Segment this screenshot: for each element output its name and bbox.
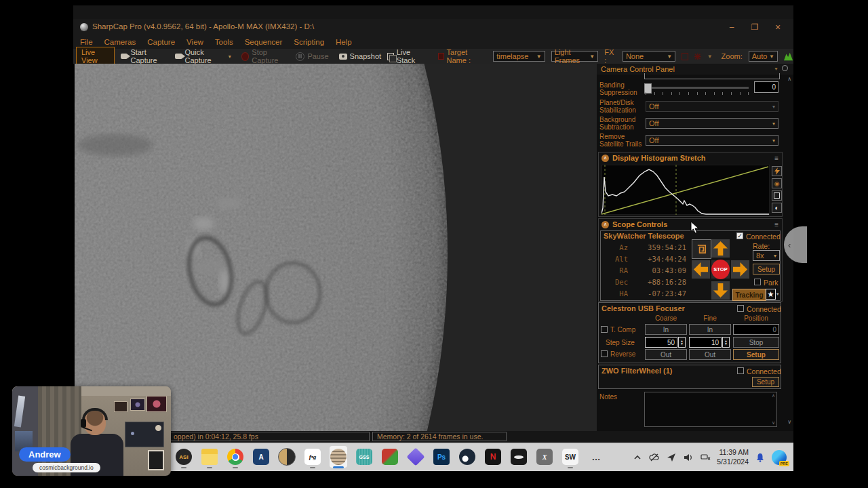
taskbar-planner[interactable] [381, 446, 399, 468]
zoom-select[interactable]: Auto▼ [749, 51, 778, 62]
close-button[interactable]: × [770, 21, 785, 33]
scroll-down-icon[interactable]: ∨ [787, 419, 791, 425]
scope-connected-checkbox[interactable]: ✓ [736, 232, 743, 239]
scroll-up-icon[interactable]: ∧ [772, 393, 775, 399]
banding-value-field[interactable]: 0 [754, 81, 778, 93]
tracking-rate-button[interactable]: ★ [766, 289, 776, 300]
taskbar-asistudio[interactable]: ASI [175, 446, 193, 468]
menu-icon[interactable]: ≡ [774, 221, 778, 228]
taskbar-photoshop[interactable]: Ps [433, 446, 450, 468]
coarse-out-button[interactable]: Out [645, 349, 687, 360]
eye-button[interactable]: ◉ [772, 178, 782, 188]
taskbar-solidworks[interactable]: SW [561, 446, 579, 468]
scroll-up-icon[interactable]: ∧ [787, 76, 791, 82]
histogram-panel: ∧ Display Histogram Stretch ≡ ◉ ◐ [598, 152, 783, 217]
taskbar-ascom[interactable]: A [252, 446, 270, 468]
menu-cameras[interactable]: Cameras [104, 38, 136, 46]
coarse-in-button[interactable]: In [645, 324, 687, 335]
focuser-setup-button[interactable]: Setup [733, 349, 779, 360]
scroll-down-icon[interactable]: ∨ [772, 420, 775, 426]
filterwheel-connected-checkbox[interactable] [737, 367, 744, 374]
live-stack-button[interactable]: Live Stack [387, 48, 427, 64]
goto-spiral-button[interactable] [692, 239, 711, 259]
edge-pre-badge: PRE [779, 461, 789, 466]
menu-sequencer[interactable]: Sequencer [245, 38, 283, 46]
fine-step-field[interactable]: 10 [689, 337, 722, 348]
coarse-step-spinner[interactable]: ▲▼ [678, 337, 686, 348]
menu-icon[interactable]: ≡ [774, 155, 778, 162]
focuser-connected-checkbox[interactable] [737, 305, 744, 312]
fine-step-spinner[interactable]: ▲▼ [722, 337, 730, 348]
taskbar-gss[interactable]: GSS [355, 446, 373, 468]
fx-select[interactable]: None▼ [623, 51, 675, 62]
menu-tools[interactable]: Tools [215, 38, 233, 46]
taskbar-sharpcap-active[interactable] [330, 446, 347, 468]
network-icon[interactable] [700, 452, 711, 463]
rate-select[interactable]: 8x▾ [753, 250, 780, 261]
volume-icon[interactable] [683, 452, 694, 463]
menu-scripting[interactable]: Scripting [294, 38, 324, 46]
background-subtraction-select[interactable]: Off▾ [646, 118, 778, 129]
slew-right-button[interactable] [731, 260, 749, 279]
taskbar-firecapture[interactable]: f•g [304, 446, 321, 468]
collapse-icon[interactable]: ∧ [601, 155, 609, 162]
histogram-title: Display Histogram Stretch [612, 154, 706, 162]
taskbar-file-explorer[interactable] [201, 446, 218, 468]
pin-icon[interactable] [782, 65, 788, 71]
park-checkbox[interactable] [754, 279, 761, 285]
auto-stretch-button[interactable] [772, 166, 782, 176]
chevron-down-icon[interactable]: ▼ [774, 66, 778, 71]
snapshot-button[interactable]: Snapshot [339, 52, 381, 60]
slew-up-button[interactable] [711, 239, 730, 258]
banding-slider-track[interactable] [646, 87, 749, 89]
stabilization-select[interactable]: Off▾ [646, 101, 778, 112]
slew-left-button[interactable] [692, 260, 710, 279]
taskbar-nina[interactable] [407, 446, 425, 468]
notification-bell-icon[interactable] [755, 452, 766, 463]
quick-capture-button[interactable]: Quick Capture ▾ [175, 48, 231, 64]
minimize-button[interactable]: – [724, 21, 739, 33]
fine-in-button[interactable]: In [689, 324, 731, 335]
taskbar-netflix[interactable]: N [484, 446, 502, 468]
tray-chevron-up-icon[interactable] [632, 452, 643, 463]
stabilization-label: Planet/Disk Stabilization [599, 99, 643, 114]
focus-assist-icon[interactable] [666, 452, 677, 463]
statusbar: opped) in 0:04:12, 25.8 fps Memory: 2 of… [73, 431, 793, 443]
slew-down-button[interactable] [711, 281, 730, 300]
menu-capture[interactable]: Capture [147, 38, 175, 46]
menu-view[interactable]: View [186, 38, 203, 46]
taskbar-x-app[interactable]: X [536, 446, 553, 468]
taskbar-overflow[interactable]: … [587, 446, 605, 468]
notes-textarea[interactable]: ∧ ∨ [644, 392, 777, 427]
contrast-button[interactable]: ◐ [772, 203, 782, 213]
restore-button[interactable]: ❐ [747, 21, 762, 33]
taskbar-steam[interactable] [458, 446, 476, 468]
position-field[interactable]: 0 [733, 324, 779, 335]
coarse-step-field[interactable]: 50 [645, 337, 677, 348]
menu-file[interactable]: File [80, 38, 93, 46]
onedrive-cloud-icon[interactable] [649, 452, 660, 463]
panel-title: Camera Control Panel [601, 65, 675, 73]
focuser-stop-button[interactable]: Stop [733, 337, 779, 348]
menu-help[interactable]: Help [336, 38, 352, 46]
scope-setup-button[interactable]: Setup [753, 264, 780, 274]
chevron-down-icon[interactable]: ▾ [776, 291, 779, 297]
save-button[interactable] [772, 190, 782, 201]
taskbar-clock[interactable]: 11:39 AM 5/31/2024 [717, 448, 749, 466]
chevron-down-icon[interactable]: ▼ [707, 54, 713, 60]
taskbar-phd2[interactable] [278, 446, 296, 468]
stop-slew-button[interactable]: STOP [711, 260, 730, 279]
frame-type-select[interactable]: Light Frames▼ [551, 51, 598, 62]
start-capture-button[interactable]: Start Capture [121, 48, 169, 64]
filterwheel-setup-button[interactable]: Setup [752, 377, 779, 387]
edge-preview-button[interactable]: PRE [772, 450, 787, 465]
fine-out-button[interactable]: Out [689, 349, 731, 360]
target-name-select[interactable]: timelapse▼ [493, 51, 545, 62]
taskbar-ufo-app[interactable] [510, 446, 528, 468]
t-comp-checkbox[interactable] [601, 326, 608, 333]
remove-trails-select[interactable]: Off▾ [646, 135, 778, 146]
collapse-icon[interactable]: ∧ [601, 221, 609, 228]
taskbar-chrome[interactable] [226, 446, 244, 468]
tracking-button[interactable]: Tracking [732, 289, 766, 301]
reverse-checkbox[interactable] [601, 350, 608, 357]
